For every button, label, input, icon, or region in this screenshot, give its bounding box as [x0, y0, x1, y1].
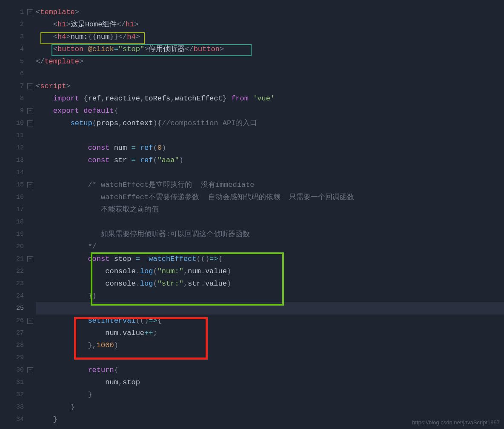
line-number: 20: [8, 243, 24, 250]
code-line[interactable]: console.log("str:",str.value): [36, 277, 504, 290]
line-number: 19: [8, 231, 24, 238]
code-area[interactable]: <template> <h1>这是Home组件</h1> <h4>num:{{n…: [36, 0, 504, 429]
code-line[interactable]: const str = ref("aaa"): [36, 154, 504, 166]
line-gutter: 1−234567−89−10−1112131415−161718192021−2…: [0, 0, 36, 429]
code-line[interactable]: const num = ref(0): [36, 142, 504, 154]
gutter-row: 7−: [0, 80, 36, 92]
line-number: 7: [8, 83, 24, 90]
code-line[interactable]: }: [36, 389, 504, 401]
line-number: 18: [8, 218, 24, 226]
fold-toggle-icon[interactable]: −: [27, 120, 33, 126]
line-number: 9: [8, 107, 24, 114]
code-line[interactable]: </template>: [36, 55, 504, 68]
fold-toggle-icon[interactable]: −: [27, 9, 33, 15]
gutter-row: 14: [0, 166, 36, 179]
code-line[interactable]: }: [36, 401, 504, 413]
line-number: 10: [8, 120, 24, 127]
code-editor[interactable]: 1−234567−89−10−1112131415−161718192021−2…: [0, 0, 504, 429]
line-number: 4: [8, 46, 24, 53]
gutter-row: 19: [0, 228, 36, 240]
gutter-row: 20: [0, 240, 36, 253]
line-number: 27: [8, 329, 24, 337]
code-line[interactable]: const stop = watchEffect(()=>{: [36, 253, 504, 265]
code-line[interactable]: 如果需要停用侦听器:可以回调这个侦听器函数: [36, 228, 504, 240]
gutter-row: 29: [0, 352, 36, 364]
code-line[interactable]: num,stop: [36, 376, 504, 389]
gutter-row: 30−: [0, 364, 36, 376]
line-number: 8: [8, 95, 24, 102]
code-line[interactable]: [36, 216, 504, 228]
fold-toggle-icon[interactable]: −: [27, 256, 33, 262]
line-number: 5: [8, 58, 24, 65]
code-line[interactable]: <h1>这是Home组件</h1>: [36, 18, 504, 31]
line-number: 31: [8, 379, 24, 386]
code-line[interactable]: <button @click="stop">停用侦听器</button>: [36, 43, 504, 55]
code-line[interactable]: watchEffect不需要传递参数 自动会感知代码的依赖 只需要一个回调函数: [36, 191, 504, 203]
gutter-row: 1−: [0, 6, 36, 18]
code-line[interactable]: <template>: [36, 6, 504, 18]
code-line[interactable]: }): [36, 290, 504, 302]
line-number: 12: [8, 144, 24, 152]
gutter-row: 18: [0, 216, 36, 228]
watermark: https://blog.csdn.net/javaScript1997: [412, 419, 500, 426]
code-line[interactable]: /* watchEffect是立即执行的 没有immediate: [36, 179, 504, 191]
line-number: 30: [8, 366, 24, 374]
line-number: 34: [8, 416, 24, 423]
code-line[interactable]: },1000): [36, 339, 504, 352]
fold-toggle-icon[interactable]: −: [27, 367, 33, 373]
gutter-row: 3: [0, 31, 36, 43]
code-line[interactable]: import {ref,reactive,toRefs,watchEffect}…: [36, 92, 504, 105]
fold-toggle-icon[interactable]: −: [27, 182, 33, 188]
line-number: 1: [8, 9, 24, 16]
gutter-row: 15−: [0, 179, 36, 191]
code-line[interactable]: 不能获取之前的值: [36, 203, 504, 216]
code-line[interactable]: setInterval(()=>{: [36, 315, 504, 327]
line-number: 6: [8, 70, 24, 77]
gutter-row: 28: [0, 339, 36, 352]
line-number: 13: [8, 157, 24, 164]
line-number: 21: [8, 255, 24, 263]
line-number: 2: [8, 21, 24, 28]
line-number: 32: [8, 391, 24, 398]
fold-toggle-icon[interactable]: −: [27, 83, 33, 89]
line-number: 3: [8, 33, 24, 40]
gutter-row: 13: [0, 154, 36, 166]
gutter-row: 4: [0, 43, 36, 55]
code-line[interactable]: [36, 302, 504, 315]
gutter-row: 6: [0, 68, 36, 80]
gutter-row: 11: [0, 129, 36, 142]
line-number: 28: [8, 342, 24, 349]
gutter-row: 10−: [0, 117, 36, 129]
code-line[interactable]: [36, 352, 504, 364]
line-number: 25: [8, 305, 24, 312]
code-line[interactable]: num.value++;: [36, 327, 504, 339]
code-line[interactable]: return{: [36, 364, 504, 376]
code-line[interactable]: [36, 166, 504, 179]
code-line[interactable]: */: [36, 240, 504, 253]
gutter-row: 23: [0, 277, 36, 290]
code-line[interactable]: [36, 129, 504, 142]
gutter-row: 26−: [0, 315, 36, 327]
gutter-row: 22: [0, 265, 36, 277]
fold-toggle-icon[interactable]: −: [27, 318, 33, 324]
line-number: 22: [8, 268, 24, 275]
code-line[interactable]: <script>: [36, 80, 504, 92]
line-number: 15: [8, 181, 24, 189]
code-line[interactable]: <h4>num:{{num}}</h4>: [36, 31, 504, 43]
code-line[interactable]: setup(props,context){//composition API的入…: [36, 117, 504, 129]
gutter-row: 32: [0, 389, 36, 401]
gutter-row: 5: [0, 55, 36, 68]
gutter-row: 27: [0, 327, 36, 339]
fold-toggle-icon[interactable]: −: [27, 108, 33, 114]
code-line[interactable]: console.log("num:",num.value): [36, 265, 504, 277]
line-number: 17: [8, 206, 24, 213]
line-number: 33: [8, 403, 24, 411]
line-number: 23: [8, 280, 24, 287]
line-number: 26: [8, 317, 24, 324]
code-line[interactable]: [36, 68, 504, 80]
line-number: 24: [8, 292, 24, 300]
code-line[interactable]: export default{: [36, 105, 504, 117]
gutter-row: 12: [0, 142, 36, 154]
gutter-row: 17: [0, 203, 36, 216]
gutter-row: 9−: [0, 105, 36, 117]
